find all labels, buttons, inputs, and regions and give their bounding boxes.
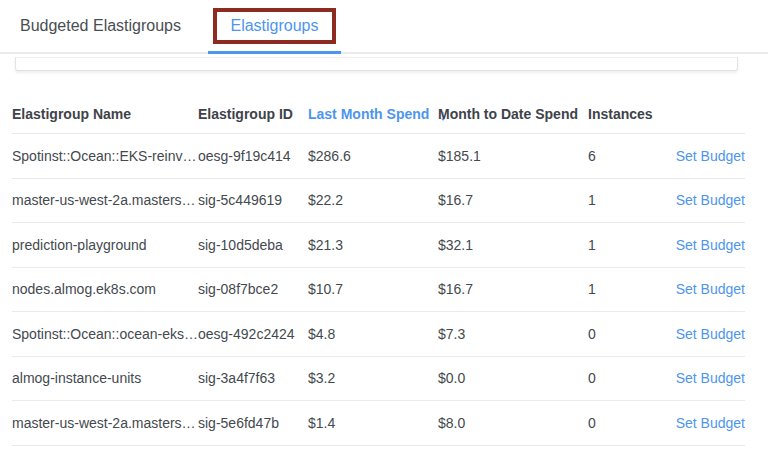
- set-budget-link[interactable]: Set Budget: [676, 370, 745, 386]
- annotation-box-wrap: Set Budget: [676, 281, 745, 297]
- cell-last-month-spend: $3.2: [308, 370, 438, 386]
- cell-month-to-date-spend: $16.7: [438, 192, 588, 208]
- table-row: nodes.almog.ek8s.com sig-08f7bce2 $10.7 …: [12, 268, 745, 313]
- col-header-last-month-spend-label: Last Month Spend: [308, 106, 429, 122]
- cell-instances: 0: [588, 326, 676, 342]
- tabs-bar: Budgeted Elastigroups Elastigroups: [0, 0, 768, 54]
- table-row: master-us-west-2a.masters… sig-5e6fd47b …: [12, 401, 745, 446]
- cell-last-month-spend: $1.4: [308, 415, 438, 431]
- cell-elastigroup-id: sig-10d5deba: [198, 237, 308, 253]
- set-budget-link[interactable]: Set Budget: [676, 415, 745, 431]
- set-budget-link[interactable]: Set Budget: [676, 326, 745, 342]
- col-header-instances[interactable]: Instances: [588, 106, 745, 122]
- cell-instances: 6: [588, 148, 673, 164]
- cell-elastigroup-name: Spotinst::Ocean::EKS-reinv…: [12, 148, 198, 164]
- cell-elastigroup-name: Spotinst::Ocean::ocean-eks…: [12, 326, 198, 342]
- annotation-box-wrap: Set Budget: [676, 415, 745, 431]
- cell-instances: 1: [588, 281, 676, 297]
- annotation-box-wrap: Set Budget: [673, 148, 745, 164]
- cell-elastigroup-name: master-us-west-2a.masters…: [12, 415, 198, 431]
- col-header-elastigroup-name[interactable]: Elastigroup Name: [12, 106, 198, 122]
- cell-elastigroup-name: nodes.almog.ek8s.com: [12, 281, 198, 297]
- cell-elastigroup-id: oesg-492c2424: [198, 326, 308, 342]
- budget-elastigroups-panel: Budgeted Elastigroups Elastigroups Elast…: [0, 0, 768, 457]
- cell-last-month-spend: $4.8: [308, 326, 438, 342]
- cell-action: Set Budget: [676, 281, 745, 297]
- cell-month-to-date-spend: $185.1: [438, 148, 588, 164]
- annotation-box-wrap: Set Budget: [676, 237, 745, 253]
- col-header-elastigroup-id[interactable]: Elastigroup ID: [198, 106, 308, 122]
- tab-budgeted-elastigroups[interactable]: Budgeted Elastigroups: [20, 17, 181, 35]
- set-budget-link[interactable]: Set Budget: [676, 148, 745, 164]
- cell-month-to-date-spend: $32.1: [438, 237, 588, 253]
- cell-month-to-date-spend: $8.0: [438, 415, 588, 431]
- cell-elastigroup-id: sig-3a4f7f63: [198, 370, 308, 386]
- cell-instances: 1: [588, 192, 676, 208]
- cell-month-to-date-spend: $7.3: [438, 326, 588, 342]
- cell-elastigroup-id: sig-08f7bce2: [198, 281, 308, 297]
- cell-action: Set Budget: [676, 192, 745, 208]
- annotation-box-tab: Elastigroups: [213, 8, 335, 44]
- cell-instances: 1: [588, 237, 676, 253]
- cell-month-to-date-spend: $0.0: [438, 370, 588, 386]
- search-filter-box[interactable]: [15, 57, 738, 71]
- col-header-last-month-spend[interactable]: Last Month Spend ↓: [308, 106, 438, 122]
- annotation-box-wrap: Set Budget: [676, 370, 745, 386]
- table-row: almog-instance-units sig-3a4f7f63 $3.2 $…: [12, 357, 745, 402]
- cell-action: Set Budget: [676, 415, 745, 431]
- cell-action: Set Budget: [676, 237, 745, 253]
- cell-elastigroup-name: master-us-west-2a.masters…: [12, 192, 198, 208]
- set-budget-link[interactable]: Set Budget: [676, 237, 745, 253]
- set-budget-link[interactable]: Set Budget: [676, 192, 745, 208]
- cell-instances: 0: [588, 415, 676, 431]
- annotation-box-wrap: Set Budget: [676, 326, 745, 342]
- table-row: Spotinst::Ocean::ocean-eks… oesg-492c242…: [12, 312, 745, 357]
- cell-instances: 0: [588, 370, 676, 386]
- cell-action: Set Budget: [676, 370, 745, 386]
- cell-month-to-date-spend: $16.7: [438, 281, 588, 297]
- tab-elastigroups-label: Elastigroups: [230, 17, 318, 34]
- col-header-month-to-date-spend[interactable]: Month to Date Spend: [438, 106, 588, 122]
- set-budget-link[interactable]: Set Budget: [676, 281, 745, 297]
- cell-elastigroup-id: sig-5c449619: [198, 192, 308, 208]
- cell-action: Set Budget: [673, 148, 745, 164]
- cell-elastigroup-id: sig-5e6fd47b: [198, 415, 308, 431]
- elastigroups-table: Elastigroup Name Elastigroup ID Last Mon…: [12, 71, 745, 446]
- cell-elastigroup-id: oesg-9f19c414: [198, 148, 308, 164]
- table-body: Spotinst::Ocean::EKS-reinv… oesg-9f19c41…: [12, 134, 745, 446]
- cell-elastigroup-name: almog-instance-units: [12, 370, 198, 386]
- table-row: Spotinst::Ocean::EKS-reinv… oesg-9f19c41…: [12, 134, 745, 179]
- cell-last-month-spend: $286.6: [308, 148, 438, 164]
- cell-elastigroup-name: prediction-playground: [12, 237, 198, 253]
- cell-last-month-spend: $21.3: [308, 237, 438, 253]
- cell-last-month-spend: $10.7: [308, 281, 438, 297]
- cell-last-month-spend: $22.2: [308, 192, 438, 208]
- table-row: master-us-west-2a.masters… sig-5c449619 …: [12, 179, 745, 224]
- table-header-row: Elastigroup Name Elastigroup ID Last Mon…: [12, 71, 745, 134]
- table-row: prediction-playground sig-10d5deba $21.3…: [12, 223, 745, 268]
- tab-elastigroups[interactable]: Elastigroups: [208, 0, 341, 52]
- annotation-box-wrap: Set Budget: [676, 192, 745, 208]
- cell-action: Set Budget: [676, 326, 745, 342]
- active-tab-underline: [208, 51, 341, 54]
